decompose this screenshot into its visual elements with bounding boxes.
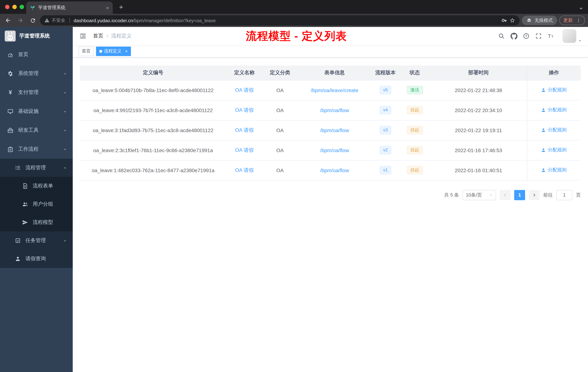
- new-tab-button[interactable]: +: [116, 2, 126, 12]
- definitions-table: 定义编号 定义名称 定义分类 表单信息 流程版本 状态 部署时间 操作 oa_l: [80, 66, 581, 180]
- caret-down-icon[interactable]: [578, 39, 582, 43]
- tags-view: 首页 流程定义 ×: [73, 45, 588, 57]
- sidebar-item-user-group[interactable]: 用户分组: [0, 195, 73, 213]
- definition-name-link[interactable]: OA 请假: [235, 147, 254, 153]
- definition-name-link[interactable]: OA 请假: [235, 87, 254, 93]
- version-tag: v2: [379, 146, 391, 154]
- definition-category: OA: [262, 100, 297, 120]
- page-size-select[interactable]: 10条/页: [462, 190, 496, 200]
- minimize-window-button[interactable]: [12, 5, 17, 9]
- col-definition-category: 定义分类: [262, 66, 297, 80]
- table-row: oa_leave:2:3c1f0ef1-76b1-11ec-9c66-a2380…: [80, 140, 581, 160]
- assign-rule-link[interactable]: 分配规则: [541, 107, 567, 113]
- reload-icon[interactable]: [28, 15, 38, 25]
- col-form-info: 表单信息: [297, 66, 372, 80]
- sidebar-item-workflow[interactable]: 工作流程: [0, 140, 73, 159]
- tag-process-definition[interactable]: 流程定义 ×: [96, 46, 131, 56]
- definition-category: OA: [262, 160, 297, 180]
- browser-tab[interactable]: 芋道管理系统 ×: [26, 1, 113, 14]
- col-definition-name: 定义名称: [226, 66, 262, 80]
- goto-page-input[interactable]: [556, 190, 572, 200]
- update-chip[interactable]: 更新: [559, 16, 585, 25]
- bookmark-star-icon[interactable]: [509, 17, 515, 23]
- chevron-up-icon: [63, 147, 67, 151]
- github-icon[interactable]: [510, 33, 517, 40]
- omnibox[interactable]: 不安全 dashboard.yudao.iocoder.cn/bpm/manag…: [40, 15, 520, 25]
- chevron-down-icon: [63, 90, 67, 94]
- sidebar-item-infrastructure[interactable]: 基础设施: [0, 102, 73, 121]
- breadcrumb-home[interactable]: 首页: [93, 33, 103, 39]
- version-tag: v3: [379, 126, 391, 134]
- assign-rule-link[interactable]: 分配规则: [541, 167, 567, 174]
- tag-close-icon[interactable]: ×: [125, 49, 128, 53]
- tag-home[interactable]: 首页: [79, 46, 94, 56]
- fullscreen-icon[interactable]: [535, 33, 542, 40]
- close-window-button[interactable]: [5, 5, 10, 9]
- forward-icon[interactable]: [15, 15, 25, 25]
- sidebar-item-payment[interactable]: ¥ 支付管理: [0, 83, 73, 102]
- url-text[interactable]: dashboard.yudao.iocoder.cn/bpm/manager/d…: [74, 18, 216, 23]
- password-key-icon[interactable]: [502, 17, 507, 23]
- page-title-annotation: 流程模型 - 定义列表: [246, 29, 347, 44]
- definition-name-link[interactable]: OA 请假: [235, 127, 254, 133]
- maximize-window-button[interactable]: [20, 5, 24, 9]
- status-badge: 激活: [407, 86, 423, 94]
- app-title: 芋道管理系统: [19, 33, 50, 39]
- sidebar-item-devtools[interactable]: 研发工具: [0, 121, 73, 140]
- sidebar-item-process-form[interactable]: 流程表单: [0, 177, 73, 195]
- form-info-link[interactable]: /bpm/oa/flow: [320, 127, 349, 133]
- assign-rule-link[interactable]: 分配规则: [541, 127, 567, 133]
- incognito-badge: 无痕模式: [522, 16, 557, 25]
- table-row: oa_leave:5:004b710b-7b8a-11ec-8ef0-acde4…: [80, 80, 581, 100]
- clipboard-icon: [7, 146, 13, 152]
- sidebar-item-process-model[interactable]: 流程模型: [0, 213, 73, 231]
- status-badge: 挂起: [407, 166, 423, 174]
- update-label[interactable]: 更新: [563, 17, 573, 24]
- security-warning-icon[interactable]: [44, 18, 50, 23]
- goto-label: 前往: [543, 192, 553, 198]
- form-info-link[interactable]: /bpm/oa/leave/create: [311, 87, 358, 93]
- security-label[interactable]: 不安全: [52, 17, 65, 23]
- chevron-down-icon: [63, 72, 67, 76]
- version-tag: v4: [379, 106, 391, 114]
- incognito-label: 无痕模式: [535, 17, 553, 23]
- hamburger-icon[interactable]: [79, 32, 87, 40]
- browser-menu-icon[interactable]: [576, 18, 581, 23]
- next-page-button[interactable]: [529, 190, 540, 200]
- svg-text:T: T: [551, 35, 554, 39]
- tab-close-icon[interactable]: ×: [106, 5, 109, 10]
- form-info-link[interactable]: /bpm/oa/flow: [320, 147, 349, 153]
- tab-search-chevron-icon[interactable]: [578, 6, 584, 11]
- font-size-icon[interactable]: TT: [547, 33, 555, 40]
- version-tag: v5: [379, 86, 391, 94]
- pagination: 共 5 条 10条/页 1 前往: [80, 190, 581, 200]
- user-avatar[interactable]: [563, 29, 576, 43]
- favicon: [30, 5, 35, 10]
- sidebar-item-leave-query[interactable]: 请假查询: [0, 250, 73, 268]
- back-icon[interactable]: [3, 15, 13, 25]
- form-info-link[interactable]: /bpm/oa/flow: [320, 107, 349, 113]
- sidebar-item-task-management[interactable]: 任务管理: [0, 231, 73, 250]
- search-icon[interactable]: [498, 33, 505, 40]
- table-header-row: 定义编号 定义名称 定义分类 表单信息 流程版本 状态 部署时间 操作: [80, 66, 581, 80]
- status-badge: 挂起: [407, 146, 423, 154]
- definition-id: oa_leave:3:1fad3d93-7b75-11ec-a3c8-acde4…: [80, 120, 226, 140]
- sidebar-item-system[interactable]: 系统管理: [0, 64, 73, 83]
- form-info-link[interactable]: /bpm/oa/flow: [320, 167, 349, 173]
- current-page-button[interactable]: 1: [514, 190, 525, 200]
- prev-page-button[interactable]: [500, 190, 511, 200]
- help-icon[interactable]: ?: [523, 33, 530, 40]
- deploy-time: 2022-01-22 19:19:11: [430, 120, 527, 140]
- sidebar-item-home[interactable]: 首页: [0, 45, 73, 64]
- browser-tabstrip: 芋道管理系统 × +: [0, 0, 588, 14]
- definition-name-link[interactable]: OA 请假: [235, 167, 254, 173]
- assign-rule-link[interactable]: 分配规则: [541, 87, 567, 93]
- assign-rule-link[interactable]: 分配规则: [541, 147, 567, 153]
- page-unit-label: 页: [576, 192, 581, 198]
- sidebar-item-process-management[interactable]: 流程管理: [0, 159, 73, 177]
- table-row: oa_leave:3:1fad3d93-7b75-11ec-a3c8-acde4…: [80, 120, 581, 140]
- col-process-version: 流程版本: [372, 66, 399, 80]
- definition-name-link[interactable]: OA 请假: [235, 107, 254, 113]
- yen-icon: ¥: [7, 89, 13, 96]
- svg-text:?: ?: [525, 34, 527, 38]
